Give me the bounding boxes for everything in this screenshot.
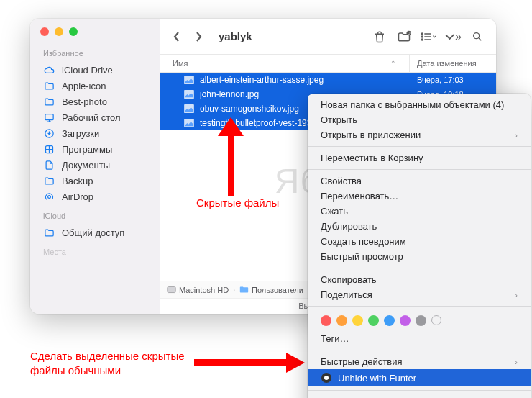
- sidebar: Избранное iCloud Drive Apple-icon Best-p…: [30, 19, 160, 314]
- separator: [308, 169, 531, 170]
- image-file-icon: [184, 118, 196, 128]
- toolbar: yablyk »: [160, 19, 496, 55]
- minimize-button[interactable]: [55, 27, 63, 36]
- ctx-tags[interactable]: Теги…: [308, 331, 531, 346]
- ctx-share[interactable]: Поделиться›: [308, 287, 531, 302]
- back-button[interactable]: [170, 30, 184, 44]
- tag-purple[interactable]: [400, 315, 411, 326]
- folder-icon: [43, 175, 55, 186]
- forward-button[interactable]: [191, 30, 206, 44]
- window-controls: [30, 27, 160, 49]
- sidebar-item-documents[interactable]: Документы: [30, 157, 160, 173]
- sort-indicator-icon: ⌃: [390, 60, 396, 67]
- sidebar-item-desktop[interactable]: Рабочий стол: [30, 109, 160, 125]
- svg-point-7: [421, 39, 423, 40]
- image-file-icon: [184, 75, 196, 85]
- sidebar-group-places: Места: [30, 248, 160, 261]
- ctx-alias[interactable]: Создать псевдоним: [308, 234, 531, 249]
- funter-icon: [321, 372, 332, 384]
- arrow-up-icon: [218, 117, 244, 196]
- chevron-right-icon: ›: [515, 291, 518, 299]
- maximize-button[interactable]: [69, 27, 78, 36]
- airdrop-icon: [43, 191, 55, 202]
- path-segment[interactable]: Пользователи: [239, 285, 303, 294]
- tag-blue[interactable]: [384, 315, 395, 326]
- close-button[interactable]: [40, 27, 49, 36]
- svg-rect-0: [45, 114, 52, 119]
- shared-icon: [43, 227, 55, 238]
- ctx-duplicate[interactable]: Дублировать: [308, 219, 531, 234]
- tag-gray[interactable]: [416, 315, 426, 326]
- downloads-icon: [43, 127, 55, 139]
- tag-yellow[interactable]: [352, 315, 363, 326]
- window-title: yablyk: [219, 30, 364, 42]
- ctx-open-in[interactable]: Открыть в приложении›: [308, 127, 531, 143]
- disk-icon: [167, 285, 176, 294]
- sidebar-item-best-photo[interactable]: Best-photo: [30, 94, 160, 109]
- ctx-rename[interactable]: Переименовать…: [308, 189, 531, 204]
- column-headers: Имя⌃ Дата изменения: [160, 55, 496, 73]
- docs-icon: [43, 159, 55, 171]
- svg-point-8: [474, 32, 480, 38]
- ctx-trash[interactable]: Переместить в Корзину: [308, 150, 531, 166]
- tag-red[interactable]: [321, 315, 331, 326]
- ctx-copy[interactable]: Скопировать: [308, 272, 531, 287]
- path-segment[interactable]: Macintosh HD: [167, 285, 229, 294]
- sidebar-item-airdrop[interactable]: AirDrop: [30, 189, 160, 204]
- ctx-unhide-funter[interactable]: Unhide with Funter: [308, 369, 531, 386]
- view-options-button[interactable]: [420, 29, 437, 45]
- separator: [308, 390, 531, 391]
- desktop-icon: [43, 112, 55, 123]
- arrow-right-icon: [194, 353, 305, 374]
- ctx-services[interactable]: Службы›: [308, 394, 531, 398]
- chevron-right-icon: ›: [515, 131, 518, 140]
- new-folder-button[interactable]: [395, 29, 413, 45]
- ctx-new-folder[interactable]: Новая папка с выбранными объектами (4): [308, 97, 531, 112]
- svg-point-6: [421, 36, 423, 37]
- folder-icon: [239, 285, 249, 294]
- more-button[interactable]: »: [444, 29, 462, 45]
- folder-icon: [43, 96, 55, 107]
- sidebar-group-icloud: iCloud: [30, 212, 160, 225]
- ctx-open[interactable]: Открыть: [308, 112, 531, 127]
- svg-rect-13: [168, 286, 175, 292]
- ctx-quicklook[interactable]: Быстрый просмотр: [308, 249, 531, 264]
- sidebar-group-favorites: Избранное: [30, 49, 160, 62]
- svg-point-3: [47, 195, 50, 198]
- separator: [308, 268, 531, 268]
- file-row[interactable]: albert-einstein-arthur-sasse.jpegВчера, …: [160, 73, 496, 87]
- image-file-icon: [184, 104, 196, 114]
- tag-orange[interactable]: [336, 315, 347, 326]
- sidebar-item-icloud-drive[interactable]: iCloud Drive: [30, 62, 160, 78]
- ctx-compress[interactable]: Сжать: [308, 204, 531, 219]
- tag-green[interactable]: [368, 315, 379, 326]
- image-file-icon: [184, 89, 196, 99]
- sidebar-item-apple-icon[interactable]: Apple-icon: [30, 78, 160, 94]
- separator: [308, 306, 531, 307]
- chevron-right-icon: ›: [515, 358, 518, 366]
- separator: [308, 350, 531, 350]
- column-name[interactable]: Имя⌃: [160, 55, 410, 72]
- sidebar-item-downloads[interactable]: Загрузки: [30, 125, 160, 141]
- column-date[interactable]: Дата изменения: [410, 55, 496, 72]
- ctx-tags-row: [308, 310, 531, 331]
- annotation-make-visible: Сделать выделенные скрытые файлы обычным…: [30, 349, 185, 377]
- ctx-quick-actions[interactable]: Быстрые действия›: [308, 354, 531, 369]
- svg-point-15: [324, 376, 329, 380]
- svg-point-5: [421, 33, 423, 35]
- ctx-info[interactable]: Свойства: [308, 173, 531, 189]
- cloud-icon: [43, 64, 55, 76]
- context-menu: Новая папка с выбранными объектами (4) О…: [308, 94, 531, 398]
- folder-icon: [43, 80, 55, 91]
- search-button[interactable]: [469, 29, 486, 45]
- annotation-hidden-files: Скрытые файлы: [196, 196, 279, 209]
- sidebar-item-applications[interactable]: Программы: [30, 141, 160, 157]
- chevron-right-icon: ›: [233, 286, 235, 294]
- sidebar-item-backup[interactable]: Backup: [30, 173, 160, 189]
- separator: [308, 146, 531, 147]
- trash-button[interactable]: [371, 29, 388, 45]
- sidebar-item-shared[interactable]: Общий доступ: [30, 225, 160, 240]
- apps-icon: [43, 143, 55, 155]
- tag-none[interactable]: [431, 315, 441, 325]
